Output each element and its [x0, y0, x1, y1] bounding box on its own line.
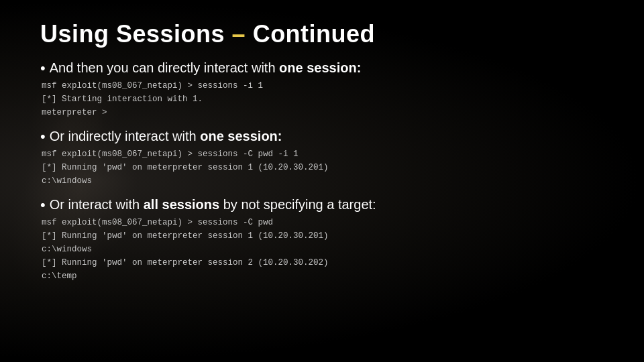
section-all: • Or interact with all sessions by not s… — [40, 197, 604, 286]
bullet-dot-3: • — [40, 198, 46, 213]
bullet-dot-2: • — [40, 129, 46, 144]
title-rest: Continued — [246, 20, 375, 48]
code-line: c:\windows — [42, 243, 604, 256]
code-line: [*] Running 'pwd' on meterpreter session… — [42, 161, 604, 174]
code-line: msf exploit(ms08_067_netapi) > sessions … — [42, 216, 604, 229]
section-direct-code: msf exploit(ms08_067_netapi) > sessions … — [42, 79, 604, 119]
section-direct: • And then you can directly interact wit… — [40, 60, 604, 122]
code-line: [*] Starting interaction with 1. — [42, 93, 604, 106]
slide-content: Using Sessions – Continued • And then yo… — [0, 0, 644, 362]
section-direct-text: And then you can directly interact with … — [50, 60, 362, 76]
section-all-code: msf exploit(ms08_067_netapi) > sessions … — [42, 216, 604, 283]
code-line: msf exploit(ms08_067_netapi) > sessions … — [42, 147, 604, 161]
code-line: [*] Running 'pwd' on meterpreter session… — [42, 229, 604, 243]
code-line: msf exploit(ms08_067_netapi) > sessions … — [42, 79, 604, 93]
section-indirect-heading: • Or indirectly interact with one sessio… — [40, 129, 604, 144]
code-line: meterpreter > — [42, 106, 604, 119]
bullet-dot-1: • — [40, 61, 46, 76]
section-indirect: • Or indirectly interact with one sessio… — [40, 129, 604, 190]
section-direct-heading: • And then you can directly interact wit… — [40, 60, 604, 76]
section-all-heading: • Or interact with all sessions by not s… — [40, 197, 604, 213]
code-line: [*] Running 'pwd' on meterpreter session… — [42, 256, 604, 269]
title-main: Using Sessions — [40, 20, 225, 48]
slide-title: Using Sessions – Continued — [40, 20, 604, 48]
title-dash: – — [225, 20, 246, 48]
code-line: c:\temp — [42, 269, 604, 283]
code-line: c:\windows — [42, 174, 604, 188]
section-all-text: Or interact with all sessions by not spe… — [50, 197, 376, 213]
section-indirect-code: msf exploit(ms08_067_netapi) > sessions … — [42, 147, 604, 188]
section-indirect-text: Or indirectly interact with one session: — [50, 129, 282, 144]
